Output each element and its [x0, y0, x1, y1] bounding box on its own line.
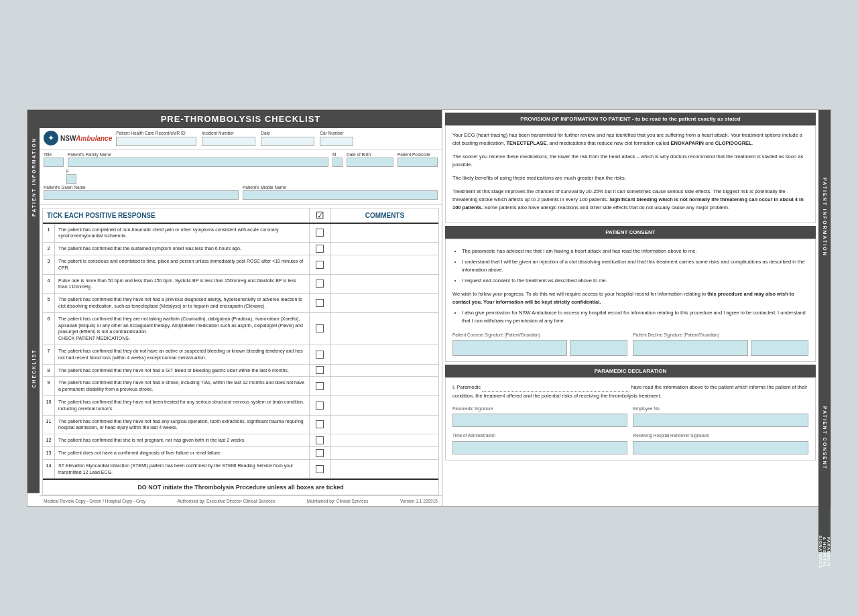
- nsw-star-icon: ✦: [48, 133, 54, 143]
- form-header: PRE-THROMBOLYSIS CHECKLIST: [40, 110, 442, 128]
- row-14-text: ST Elevation Myocardial Infarction (STEM…: [55, 460, 310, 479]
- row-14-comment[interactable]: [331, 460, 438, 479]
- row-6-comment[interactable]: [331, 313, 438, 345]
- checklist-row-11: 11 The patient has confirmed that they h…: [43, 416, 438, 435]
- patient-health-input[interactable]: [116, 137, 196, 146]
- right-spacer: [442, 460, 818, 507]
- nsw-logo-circle: ✦: [44, 131, 58, 145]
- family-name-input[interactable]: [68, 158, 328, 167]
- time-input[interactable]: [452, 441, 628, 454]
- consent-sig-patient-boxes: [452, 340, 628, 356]
- consent-sig-decline-input[interactable]: [633, 340, 747, 356]
- title-input[interactable]: [44, 158, 64, 167]
- consent-sig-patient-input[interactable]: [452, 340, 567, 356]
- row-3-checkbox[interactable]: [310, 255, 331, 274]
- row-10-comment[interactable]: [331, 396, 438, 415]
- row-5-comment[interactable]: [331, 294, 438, 312]
- consent-sig-row: Patient Consent Signature (Patient/Guard…: [452, 332, 808, 356]
- paramedic-header: PARAMEDIC DECLARATION: [445, 365, 816, 377]
- row-1-checkbox[interactable]: [310, 224, 331, 243]
- row-13-num: 13: [43, 447, 55, 459]
- page-container: PATIENT INFORMATION CHECKLIST PRE-THROMB…: [27, 109, 831, 507]
- row-7-comment[interactable]: [331, 345, 438, 364]
- row-2-comment[interactable]: [331, 243, 438, 255]
- incident-input[interactable]: [202, 137, 255, 146]
- row-14-checkbox[interactable]: [310, 460, 331, 479]
- employee-field: Employee No.: [633, 406, 808, 427]
- patient-info-section: Title Patient's Family Name M Date: [40, 149, 442, 205]
- row-7-num: 7: [43, 345, 55, 364]
- row-8-num: 8: [43, 365, 55, 377]
- date-input[interactable]: [261, 137, 314, 146]
- row-4-comment[interactable]: [331, 275, 438, 294]
- date-field: Date: [261, 131, 314, 146]
- row-7-checkbox[interactable]: [310, 345, 331, 364]
- hospital-sig-input[interactable]: [633, 441, 808, 454]
- checklist-row-8: 8 The patient has confirmed that they ha…: [43, 365, 438, 377]
- incident-field: Incident Number: [202, 131, 255, 146]
- car-field: Car Number: [320, 131, 353, 146]
- employee-input[interactable]: [633, 414, 808, 427]
- checklist-row-14: 14 ST Elevation Myocardial Infarction (S…: [43, 460, 438, 479]
- patient-row-1: Title Patient's Family Name M Date: [44, 152, 438, 167]
- row-4-text: Pulse rate is more than 50 bpm and less …: [55, 275, 310, 294]
- row-13-checkbox[interactable]: [310, 447, 331, 459]
- row-11-text: The patient has confirmed that they have…: [55, 416, 310, 434]
- left-vertical-checklist: CHECKLIST: [27, 244, 40, 493]
- left-vertical-patient-info: PATIENT INFORMATION: [27, 110, 40, 244]
- f-checkbox[interactable]: [66, 174, 76, 184]
- postcode-field: Patient Postcode: [397, 152, 438, 167]
- car-input[interactable]: [320, 137, 353, 146]
- consent-sig-decline-date[interactable]: [751, 340, 809, 356]
- m-checkbox[interactable]: [332, 158, 343, 167]
- paramedic-sig-label: Paramedic Signature: [452, 406, 628, 412]
- row-8-comment[interactable]: [331, 365, 438, 377]
- consent-sig-patient-field: Patient Consent Signature (Patient/Guard…: [452, 332, 628, 356]
- row-11-num: 11: [43, 416, 55, 434]
- row-1-num: 1: [43, 224, 55, 243]
- provision-para-2: The sooner you receive these medications…: [452, 153, 808, 169]
- row-9-comment[interactable]: [331, 377, 438, 395]
- row-11-comment[interactable]: [331, 416, 438, 434]
- row-3-comment[interactable]: [331, 255, 438, 274]
- dob-input[interactable]: [347, 158, 393, 167]
- consent-content: The paramedic has advised me that I am h…: [445, 239, 816, 362]
- row-6-text: The patient has confirmed that they are …: [55, 313, 310, 345]
- checklist-row-9: 9 The patient has confirmed that they ha…: [43, 377, 438, 396]
- row-5-checkbox[interactable]: [310, 294, 331, 312]
- provision-content: Your ECG (heart tracing) has been transm…: [445, 125, 816, 223]
- footer-maintained: Maintained by: Clinical Services: [307, 499, 369, 503]
- checklist-table: TICK EACH POSITIVE RESPONSE ☑ COMMENTS 1…: [42, 208, 439, 496]
- consent-permission-list: I also give permission for NSW Ambulance…: [462, 309, 808, 325]
- row-12-comment[interactable]: [331, 434, 438, 446]
- checklist-row-5: 5 The patient has confirmed that they ha…: [43, 294, 438, 313]
- provision-para-4: Treatment at this stage improves the cha…: [452, 188, 808, 212]
- consent-sig-patient-date[interactable]: [570, 340, 628, 356]
- row-10-checkbox[interactable]: [310, 396, 331, 415]
- row-6-checkbox[interactable]: [310, 313, 331, 345]
- paramedic-sig-input[interactable]: [452, 414, 628, 427]
- right-content: PROVISION OF INFORMATION TO PATIENT - to…: [442, 110, 818, 507]
- row-4-checkbox[interactable]: [310, 275, 331, 294]
- paramedic-name-line[interactable]: [482, 383, 629, 392]
- row-2-checkbox[interactable]: [310, 243, 331, 255]
- middle-name-input[interactable]: [243, 190, 438, 200]
- checklist-row-2: 2 The patient has confirmed that the sus…: [43, 243, 438, 255]
- row-1-comment[interactable]: [331, 224, 438, 243]
- row-11-checkbox[interactable]: [310, 416, 331, 434]
- row-8-text: The patient has confirmed that they have…: [55, 365, 310, 377]
- checklist-header-comments-label: COMMENTS: [331, 208, 438, 223]
- nsw-brand: NSWAmbulance: [60, 135, 112, 142]
- dob-field: Date of Birth: [347, 152, 393, 167]
- consent-bullet-1: The paramedic has advised me that I am h…: [462, 247, 808, 255]
- postcode-input[interactable]: [397, 158, 438, 167]
- right-vertical-consent: PATIENT CONSENT: [818, 324, 831, 552]
- row-9-checkbox[interactable]: [310, 377, 331, 395]
- row-8-checkbox[interactable]: [310, 365, 331, 377]
- row-12-checkbox[interactable]: [310, 434, 331, 446]
- ambulance-text: Ambulance: [76, 135, 112, 142]
- given-name-input[interactable]: [44, 190, 239, 200]
- nsw-fields: Patient Health Care Record/eMR ID Incide…: [116, 131, 438, 146]
- row-13-comment[interactable]: [331, 447, 438, 459]
- time-label: Time of Administration: [452, 432, 628, 439]
